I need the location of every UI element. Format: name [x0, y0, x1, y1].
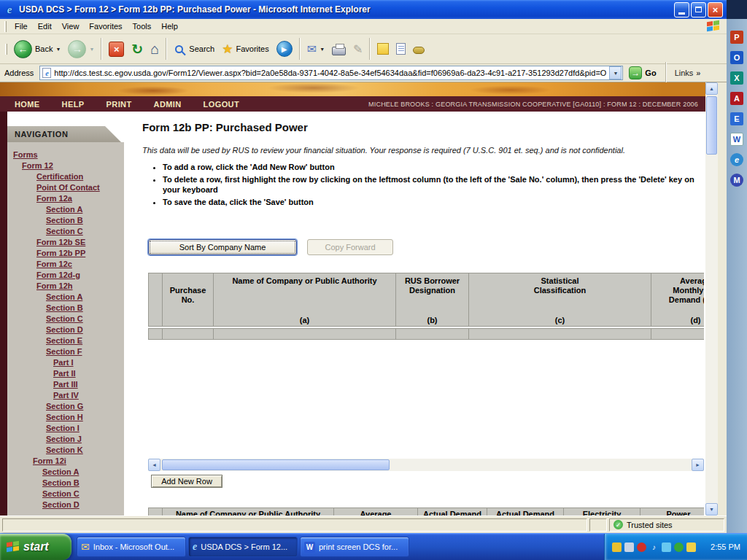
sidebar-item-point-of-contact[interactable]: Point Of Contact	[7, 182, 124, 193]
add-new-row-button[interactable]: Add New Row	[151, 475, 222, 488]
print-button[interactable]	[328, 42, 349, 57]
sidebar-item-form-12h-section-g[interactable]: Section G	[7, 401, 124, 412]
window-titlebar[interactable]: e USDA DCS > Form 12 > Form 12b PP: Purc…	[0, 0, 727, 19]
address-input[interactable]: e http://dcs.test.sc.egov.usda.gov/Form1…	[39, 66, 623, 80]
sidebar-item-form-12i-section-d[interactable]: Section D	[7, 499, 124, 510]
forward-dropdown-icon[interactable]: ▼	[89, 47, 94, 52]
mail-dropdown-icon[interactable]: ▼	[320, 47, 325, 52]
media-player-icon[interactable]: M	[730, 174, 743, 187]
sidebar-item-form-12a-section-b[interactable]: Section B	[7, 215, 124, 226]
task-word-print-screen[interactable]: W print screen DCS for...	[300, 537, 409, 557]
sidebar-item-form-12h-section-i[interactable]: Section I	[7, 423, 124, 434]
blue-app-icon-2[interactable]: E	[730, 112, 743, 125]
task-ie-usda-dcs[interactable]: e USDA DCS > Form 12...	[188, 537, 298, 557]
start-button[interactable]: start	[0, 534, 71, 560]
sidebar-item-form-12h-part-i[interactable]: Part I	[7, 357, 124, 368]
sidebar-item-form-12h[interactable]: Form 12h	[7, 281, 124, 292]
sidebar-item-form-12d-g[interactable]: Form 12d-g	[7, 270, 124, 281]
sidebar-item-form-12h-part-iv[interactable]: Part IV	[7, 390, 124, 401]
sidebar-item-form-12i-section-a[interactable]: Section A	[7, 467, 124, 478]
sidebar-item-form-12h-section-c[interactable]: Section C	[7, 314, 124, 324]
sidebar-item-form-12a[interactable]: Form 12a	[7, 193, 124, 204]
sidebar-item-form-12i[interactable]: Form 12i	[7, 456, 124, 467]
globe-icon[interactable]: e	[730, 153, 743, 166]
go-button[interactable]: → Go	[627, 66, 658, 80]
minimize-button[interactable]	[674, 2, 689, 18]
teal-app-icon[interactable]: X	[730, 71, 743, 85]
tray-update-icon[interactable]	[686, 542, 696, 552]
tray-display-icon[interactable]	[624, 542, 634, 552]
sidebar-item-form-12h-section-a[interactable]: Section A	[7, 292, 124, 303]
red-app-icon-2[interactable]: A	[730, 92, 743, 105]
page-vertical-scrollbar[interactable]: ▲ ▼	[705, 82, 718, 516]
sidebar-item-form-12[interactable]: Form 12	[7, 160, 124, 171]
sort-by-company-button[interactable]: Sort By Company Name	[148, 239, 297, 255]
menu-view[interactable]: View	[57, 20, 85, 32]
toolbar-grip[interactable]	[4, 21, 7, 32]
sidebar-item-form-12c[interactable]: Form 12c	[7, 259, 124, 270]
nav-print[interactable]: PRINT	[107, 100, 132, 109]
sidebar-item-form-12i-section-b[interactable]: Section B	[7, 478, 124, 489]
address-dropdown-icon[interactable]: ▼	[609, 66, 622, 79]
sidebar-item-certification[interactable]: Certification	[7, 171, 124, 182]
search-button[interactable]: Search	[170, 42, 218, 56]
stop-button[interactable]: ×	[105, 40, 128, 58]
tray-antivirus-icon[interactable]	[637, 542, 646, 552]
back-button[interactable]: ← Back ▼	[10, 39, 64, 60]
clock[interactable]: 2:55 PM	[711, 542, 740, 551]
scroll-down-icon[interactable]: ▼	[705, 503, 718, 516]
menu-file[interactable]: File	[9, 20, 33, 32]
scroll-left-icon[interactable]: ◄	[148, 459, 160, 471]
sidebar-item-form-12i-section-c[interactable]: Section C	[7, 489, 124, 499]
mail-button[interactable]: ✉ ▼	[303, 41, 328, 58]
sidebar-item-form-12h-section-h[interactable]: Section H	[7, 412, 124, 423]
sidebar-item-form-12h-section-b[interactable]: Section B	[7, 303, 124, 314]
forward-button[interactable]: → ▼	[64, 39, 98, 60]
copy-forward-button[interactable]: Copy Forward	[307, 239, 393, 255]
links-toolbar[interactable]: Links »	[675, 69, 701, 77]
tray-lock-icon[interactable]	[612, 542, 622, 552]
media-button[interactable]: ▶	[273, 39, 296, 58]
nav-help[interactable]: HELP	[62, 100, 85, 109]
hscrollbar-thumb[interactable]	[162, 459, 390, 470]
sidebar-item-form-12h-section-k[interactable]: Section K	[7, 445, 124, 456]
red-app-icon[interactable]: P	[730, 31, 743, 44]
menu-tools[interactable]: Tools	[128, 20, 157, 32]
sidebar-item-form-12a-section-a[interactable]: Section A	[7, 204, 124, 215]
home-button[interactable]: ⌂	[147, 39, 163, 59]
word-doc-icon[interactable]: W	[730, 133, 743, 146]
tray-messenger-icon[interactable]	[674, 542, 684, 552]
discuss-button[interactable]	[409, 42, 428, 55]
menu-favorites[interactable]: Favorites	[84, 20, 127, 32]
favorites-button[interactable]: ★ Favorites	[218, 40, 273, 58]
nav-home[interactable]: HOME	[15, 100, 40, 109]
sidebar-item-form-12h-section-j[interactable]: Section J	[7, 434, 124, 445]
sidebar-item-forms[interactable]: Forms	[7, 149, 124, 160]
menu-help[interactable]: Help	[156, 20, 183, 32]
close-button[interactable]: ×	[708, 2, 723, 18]
sidebar-item-form-12b-pp[interactable]: Form 12b PP	[7, 248, 124, 259]
nav-admin[interactable]: ADMIN	[154, 100, 182, 109]
back-dropdown-icon[interactable]: ▼	[55, 47, 61, 52]
scroll-right-icon[interactable]: ►	[692, 459, 704, 471]
sidebar-item-form-12h-section-d[interactable]: Section D	[7, 324, 124, 335]
restore-button[interactable]	[691, 2, 706, 18]
vscrollbar-thumb[interactable]	[706, 96, 717, 155]
links-chevron-icon[interactable]: »	[696, 69, 700, 77]
sidebar-item-form-12a-section-c[interactable]: Section C	[7, 226, 124, 237]
sidebar-item-form-12h-section-e[interactable]: Section E	[7, 335, 124, 346]
toolbar-grip[interactable]	[5, 44, 7, 55]
task-outlook-inbox[interactable]: ✉ Inbox - Microsoft Out...	[77, 537, 186, 557]
tray-volume-icon[interactable]: ♪	[649, 542, 659, 552]
nav-logout[interactable]: LOGOUT	[204, 100, 239, 109]
tray-network-icon[interactable]	[662, 542, 671, 552]
research-button[interactable]	[392, 42, 409, 56]
messenger-button[interactable]	[374, 42, 392, 56]
edit-button[interactable]: ✎	[349, 41, 366, 58]
scroll-up-icon[interactable]: ▲	[705, 82, 718, 95]
vscrollbar-track[interactable]	[705, 155, 718, 503]
sidebar-item-form-12h-section-f[interactable]: Section F	[7, 346, 124, 357]
sidebar-item-form-12h-part-ii[interactable]: Part II	[7, 368, 124, 379]
menu-edit[interactable]: Edit	[33, 20, 57, 32]
refresh-button[interactable]: ↻	[128, 39, 147, 59]
